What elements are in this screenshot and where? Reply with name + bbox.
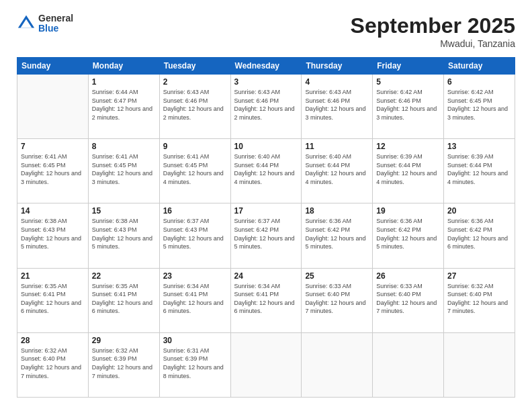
day-cell: 26 Sunrise: 6:33 AMSunset: 6:40 PMDaylig… [373, 268, 444, 332]
day-info: Sunrise: 6:41 AMSunset: 6:45 PMDaylight:… [163, 153, 224, 185]
day-number: 24 [234, 271, 298, 281]
day-info: Sunrise: 6:43 AMSunset: 6:46 PMDaylight:… [305, 89, 365, 121]
day-number: 19 [376, 206, 440, 216]
day-cell: 21 Sunrise: 6:35 AMSunset: 6:41 PMDaylig… [17, 268, 89, 332]
day-info: Sunrise: 6:43 AMSunset: 6:46 PMDaylight:… [234, 89, 295, 121]
day-info: Sunrise: 6:34 AMSunset: 6:41 PMDaylight:… [234, 283, 295, 315]
week-row: 14 Sunrise: 6:38 AMSunset: 6:43 PMDaylig… [17, 203, 515, 268]
day-info: Sunrise: 6:39 AMSunset: 6:44 PMDaylight:… [447, 153, 508, 185]
day-info: Sunrise: 6:38 AMSunset: 6:43 PMDaylight:… [21, 218, 81, 250]
day-number: 2 [163, 77, 227, 87]
day-info: Sunrise: 6:36 AMSunset: 6:42 PMDaylight:… [376, 218, 437, 250]
day-number: 30 [163, 336, 227, 345]
day-cell: 19 Sunrise: 6:36 AMSunset: 6:42 PMDaylig… [373, 203, 444, 268]
day-number: 13 [447, 142, 511, 151]
day-info: Sunrise: 6:39 AMSunset: 6:44 PMDaylight:… [376, 153, 437, 185]
day-cell: 30 Sunrise: 6:31 AMSunset: 6:39 PMDaylig… [159, 332, 230, 397]
day-cell: 5 Sunrise: 6:42 AMSunset: 6:46 PMDayligh… [373, 75, 444, 139]
day-number: 18 [305, 206, 369, 216]
day-cell [373, 332, 444, 397]
day-number: 8 [92, 142, 156, 151]
day-cell: 29 Sunrise: 6:32 AMSunset: 6:39 PMDaylig… [88, 332, 159, 397]
week-row: 21 Sunrise: 6:35 AMSunset: 6:41 PMDaylig… [17, 268, 515, 332]
day-info: Sunrise: 6:36 AMSunset: 6:42 PMDaylight:… [305, 218, 365, 250]
day-cell: 1 Sunrise: 6:44 AMSunset: 6:47 PMDayligh… [88, 75, 159, 139]
day-cell: 14 Sunrise: 6:38 AMSunset: 6:43 PMDaylig… [17, 203, 89, 268]
header: General Blue September 2025 Mwadui, Tanz… [17, 13, 515, 49]
day-number: 20 [447, 206, 511, 216]
day-info: Sunrise: 6:44 AMSunset: 6:47 PMDaylight:… [92, 89, 152, 121]
day-cell: 15 Sunrise: 6:38 AMSunset: 6:43 PMDaylig… [88, 203, 159, 268]
calendar-table: SundayMondayTuesdayWednesdayThursdayFrid… [17, 57, 515, 398]
week-row: 7 Sunrise: 6:41 AMSunset: 6:45 PMDayligh… [17, 139, 515, 203]
day-info: Sunrise: 6:36 AMSunset: 6:42 PMDaylight:… [447, 218, 508, 250]
day-info: Sunrise: 6:32 AMSunset: 6:40 PMDaylight:… [447, 283, 508, 315]
day-number: 4 [305, 77, 369, 87]
day-number: 6 [447, 77, 511, 87]
day-info: Sunrise: 6:42 AMSunset: 6:45 PMDaylight:… [447, 89, 508, 121]
day-info: Sunrise: 6:43 AMSunset: 6:46 PMDaylight:… [163, 89, 224, 121]
day-number: 12 [376, 142, 440, 151]
day-cell: 8 Sunrise: 6:41 AMSunset: 6:45 PMDayligh… [88, 139, 159, 203]
day-number: 14 [21, 206, 85, 216]
logo: General Blue [17, 13, 73, 34]
day-number: 9 [163, 142, 227, 151]
day-number: 22 [92, 271, 156, 281]
day-cell: 2 Sunrise: 6:43 AMSunset: 6:46 PMDayligh… [159, 75, 230, 139]
day-cell: 4 Sunrise: 6:43 AMSunset: 6:46 PMDayligh… [302, 75, 373, 139]
month-title: September 2025 [351, 13, 515, 38]
day-info: Sunrise: 6:38 AMSunset: 6:43 PMDaylight:… [92, 218, 152, 250]
day-cell: 9 Sunrise: 6:41 AMSunset: 6:45 PMDayligh… [159, 139, 230, 203]
day-cell [230, 332, 302, 397]
day-number: 11 [305, 142, 369, 151]
logo-icon [17, 14, 36, 33]
day-number: 16 [163, 206, 227, 216]
day-info: Sunrise: 6:41 AMSunset: 6:45 PMDaylight:… [92, 153, 152, 185]
day-cell: 22 Sunrise: 6:35 AMSunset: 6:41 PMDaylig… [88, 268, 159, 332]
logo-general: General [38, 13, 73, 24]
day-number: 5 [376, 77, 440, 87]
day-cell: 12 Sunrise: 6:39 AMSunset: 6:44 PMDaylig… [373, 139, 444, 203]
day-cell: 24 Sunrise: 6:34 AMSunset: 6:41 PMDaylig… [230, 268, 302, 332]
day-cell: 13 Sunrise: 6:39 AMSunset: 6:44 PMDaylig… [444, 139, 515, 203]
day-info: Sunrise: 6:41 AMSunset: 6:45 PMDaylight:… [21, 153, 81, 185]
day-cell: 16 Sunrise: 6:37 AMSunset: 6:43 PMDaylig… [159, 203, 230, 268]
day-number: 17 [234, 206, 298, 216]
day-number: 23 [163, 271, 227, 281]
day-cell: 18 Sunrise: 6:36 AMSunset: 6:42 PMDaylig… [302, 203, 373, 268]
header-day: Saturday [444, 58, 515, 75]
day-info: Sunrise: 6:37 AMSunset: 6:43 PMDaylight:… [163, 218, 224, 250]
day-number: 26 [376, 271, 440, 281]
header-day: Thursday [302, 58, 373, 75]
day-cell: 7 Sunrise: 6:41 AMSunset: 6:45 PMDayligh… [17, 139, 89, 203]
day-info: Sunrise: 6:33 AMSunset: 6:40 PMDaylight:… [376, 283, 437, 315]
day-cell: 11 Sunrise: 6:40 AMSunset: 6:44 PMDaylig… [302, 139, 373, 203]
week-row: 28 Sunrise: 6:32 AMSunset: 6:40 PMDaylig… [17, 332, 515, 397]
title-block: September 2025 Mwadui, Tanzania [351, 13, 515, 49]
header-day: Sunday [17, 58, 89, 75]
logo-blue: Blue [38, 24, 73, 34]
day-cell [17, 75, 89, 139]
day-number: 15 [92, 206, 156, 216]
location: Mwadui, Tanzania [351, 38, 515, 49]
day-info: Sunrise: 6:35 AMSunset: 6:41 PMDaylight:… [21, 283, 81, 315]
day-info: Sunrise: 6:40 AMSunset: 6:44 PMDaylight:… [305, 153, 365, 185]
day-number: 10 [234, 142, 298, 151]
header-day: Friday [373, 58, 444, 75]
day-number: 29 [92, 336, 156, 345]
day-number: 25 [305, 271, 369, 281]
day-cell: 17 Sunrise: 6:37 AMSunset: 6:42 PMDaylig… [230, 203, 302, 268]
day-cell: 10 Sunrise: 6:40 AMSunset: 6:44 PMDaylig… [230, 139, 302, 203]
day-number: 27 [447, 271, 511, 281]
day-cell [302, 332, 373, 397]
day-info: Sunrise: 6:31 AMSunset: 6:39 PMDaylight:… [163, 347, 224, 379]
header-day: Tuesday [159, 58, 230, 75]
header-row: SundayMondayTuesdayWednesdayThursdayFrid… [17, 58, 515, 75]
day-cell: 20 Sunrise: 6:36 AMSunset: 6:42 PMDaylig… [444, 203, 515, 268]
day-number: 21 [21, 271, 85, 281]
day-number: 1 [92, 77, 156, 87]
day-info: Sunrise: 6:32 AMSunset: 6:39 PMDaylight:… [92, 347, 152, 379]
day-cell: 27 Sunrise: 6:32 AMSunset: 6:40 PMDaylig… [444, 268, 515, 332]
day-info: Sunrise: 6:40 AMSunset: 6:44 PMDaylight:… [234, 153, 295, 185]
day-info: Sunrise: 6:42 AMSunset: 6:46 PMDaylight:… [376, 89, 437, 121]
